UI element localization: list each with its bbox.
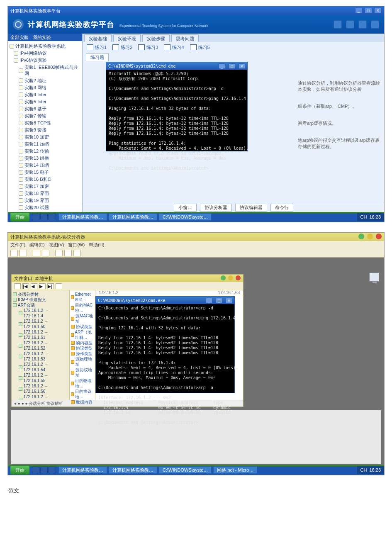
- main-tab[interactable]: 实验步骤: [142, 34, 170, 42]
- tray-lang[interactable]: CH: [360, 214, 367, 219]
- tree-item[interactable]: 172.16.1.2 → 172.16.1.51: [13, 329, 68, 340]
- tree-item[interactable]: 实验21 IPv4综合实验: [10, 211, 81, 212]
- tree-item[interactable]: 实验2 地址: [10, 77, 81, 84]
- header-icon[interactable]: [358, 20, 367, 29]
- field-item[interactable]: Ethernet 802…: [71, 292, 94, 302]
- field-item[interactable]: 目的MAC地…: [71, 302, 94, 313]
- tree-item[interactable]: 172.16.1.2 → 172.16.1.50: [13, 319, 68, 329]
- field-list[interactable]: Ethernet 802…目的MAC地…源MAC地址协议类型ARP（地址解…帧内…: [70, 290, 95, 400]
- tree-item[interactable]: 实验10 加密: [10, 134, 81, 141]
- cmd-window[interactable]: C:\WINDOWS\system32\cmd.exe _ □ × C:\Doc…: [95, 296, 235, 393]
- field-item[interactable]: 源物理地址: [71, 356, 94, 367]
- field-item[interactable]: 目的物理地…: [71, 378, 94, 389]
- main-tab[interactable]: 思考问题: [171, 34, 199, 42]
- menu-item[interactable]: 帮助(H): [89, 242, 104, 248]
- quick-launch[interactable]: [32, 467, 56, 473]
- analyzer-toolbar[interactable]: [8, 248, 384, 258]
- ql-icon[interactable]: [49, 214, 56, 220]
- station-item[interactable]: 练习5: [190, 44, 210, 51]
- tool-icon[interactable]: [56, 283, 62, 289]
- tree-item[interactable]: IPv4网络协议: [10, 50, 81, 57]
- minimize-icon[interactable]: _: [206, 298, 212, 303]
- left-tab[interactable]: 我的实验: [33, 34, 51, 40]
- station-item[interactable]: 练习1: [87, 44, 107, 51]
- tree-item[interactable]: 172.16.1.2 → 172.16.1.55: [13, 372, 68, 383]
- station-item[interactable]: 练习3: [138, 44, 158, 51]
- field-item[interactable]: 协议类型: [71, 324, 94, 329]
- header-icon[interactable]: [346, 20, 354, 29]
- header-icon[interactable]: [371, 20, 379, 29]
- window-controls[interactable]: _ □ ×: [354, 8, 382, 14]
- taskbar-task[interactable]: C:\WINDOWS\syste…: [159, 466, 212, 474]
- system-tray[interactable]: CH 16:23: [357, 213, 384, 221]
- tree-item[interactable]: 172.16.1.2 → 172.16.1.4: [13, 308, 68, 319]
- experiment-tree[interactable]: 计算机网络实验教学系统IPv4网络协议IPv6协议实验实验1 IEEE802帧格…: [8, 41, 82, 212]
- close-icon[interactable]: [236, 275, 241, 280]
- window-titlebar[interactable]: 计算机网络实验教学平台 _ □ ×: [8, 6, 384, 15]
- nav-next-icon[interactable]: ▶: [39, 283, 46, 289]
- taskbar-task[interactable]: 计算机网络实验教…: [109, 213, 157, 221]
- menu-item[interactable]: 文件(F): [10, 242, 25, 248]
- tree-item[interactable]: 实验18 界面: [10, 190, 81, 197]
- monitor-icon[interactable]: [369, 273, 379, 282]
- tree-item[interactable]: 172.16.1.2 → 172.16.1.52: [13, 340, 68, 351]
- tool-icon[interactable]: [42, 250, 49, 256]
- taskbar-task[interactable]: 计算机网络实验教…: [58, 213, 107, 221]
- bottom-button[interactable]: 小窗口: [174, 204, 197, 212]
- minimize-icon[interactable]: [358, 234, 364, 239]
- nav-last-icon[interactable]: ▶|: [47, 283, 54, 289]
- capture-window[interactable]: 文件窗口: 本地主机 |◀ ◀ ▶ ▶| 会话分类树ICMP 快速报文ARP会话…: [11, 274, 243, 407]
- minimize-icon[interactable]: _: [219, 63, 225, 69]
- cmd-window-controls[interactable]: _ □ ×: [218, 63, 245, 69]
- taskbar-task[interactable]: 计算机网络实验教…: [109, 466, 157, 474]
- start-button[interactable]: 开始: [10, 466, 29, 475]
- tool-icon[interactable]: [10, 250, 18, 256]
- field-item[interactable]: 协议类型: [71, 346, 94, 351]
- tool-icon[interactable]: [55, 250, 63, 256]
- tree-folder[interactable]: ARP会话: [13, 302, 68, 308]
- ql-icon[interactable]: [40, 214, 48, 220]
- tree-item[interactable]: 实验20 试题: [10, 204, 81, 211]
- tool-icon[interactable]: [33, 250, 40, 256]
- tree-item[interactable]: 172.16.1.2 → 172.16.1.57: [13, 394, 68, 400]
- close-icon[interactable]: ×: [239, 63, 245, 69]
- ql-icon[interactable]: [40, 467, 48, 473]
- quick-launch[interactable]: [32, 214, 56, 220]
- menu-item[interactable]: 编辑(E): [29, 242, 45, 248]
- session-tree[interactable]: 会话分类树ICMP 快速报文ARP会话172.16.1.2 → 172.16.1…: [12, 290, 70, 400]
- field-item[interactable]: 目的协议地…: [71, 389, 94, 399]
- taskbar-task[interactable]: 网络 not - Micro…: [213, 466, 257, 474]
- tree-item[interactable]: 实验12 传输: [10, 148, 81, 155]
- menu-bar[interactable]: 文件(F)编辑(E)视图(V)窗口(W)帮助(H): [8, 241, 384, 248]
- window-controls[interactable]: [357, 234, 382, 240]
- capture-toolbar[interactable]: |◀ ◀ ▶ ▶|: [12, 282, 243, 290]
- cmd-window-controls[interactable]: _ □ ×: [205, 298, 232, 303]
- field-item[interactable]: 操作类型: [71, 351, 94, 356]
- window-controls[interactable]: [219, 275, 241, 281]
- minimize-icon[interactable]: [221, 275, 226, 280]
- maximize-icon[interactable]: □: [216, 298, 222, 303]
- main-tab[interactable]: 实验环境: [113, 34, 141, 42]
- taskbar[interactable]: 开始 计算机网络实验教…计算机网络实验教…C:\WINDOWS\syste… C…: [8, 212, 384, 222]
- nav-first-icon[interactable]: |◀: [22, 283, 29, 289]
- tree-item[interactable]: 实验11 压缩: [10, 141, 81, 148]
- tree-folder[interactable]: 会话分类树: [13, 292, 68, 297]
- taskbar-task[interactable]: C:\WINDOWS\syste…: [159, 213, 212, 221]
- tree-item[interactable]: 实验4 Inter: [10, 91, 81, 98]
- tree-item[interactable]: 172.16.1.2 → 172.16.1.56: [13, 383, 68, 394]
- system-tray[interactable]: CH 16:23: [357, 466, 384, 474]
- field-item[interactable]: 数据内容: [71, 399, 94, 405]
- field-item[interactable]: 源协议地址: [71, 367, 94, 378]
- close-icon[interactable]: ×: [374, 8, 382, 14]
- maximize-icon[interactable]: □: [229, 63, 235, 69]
- tree-item[interactable]: 实验9 套接: [10, 127, 81, 134]
- tree-folder[interactable]: ICMP 快速报文: [13, 297, 68, 302]
- maximize-icon[interactable]: [228, 275, 233, 280]
- menu-item[interactable]: 视图(V): [49, 242, 64, 248]
- tree-item[interactable]: 172.16.1.2 → 172.16.1.53: [13, 351, 68, 362]
- tree-item[interactable]: 172.16.1.2 → 172.16.1.54: [13, 362, 68, 372]
- tree-item[interactable]: 实验15 电子: [10, 169, 81, 176]
- left-tab[interactable]: 全部实验: [10, 34, 29, 40]
- station-item[interactable]: 练习2: [112, 44, 132, 51]
- exercise-button[interactable]: 练习题: [86, 54, 109, 61]
